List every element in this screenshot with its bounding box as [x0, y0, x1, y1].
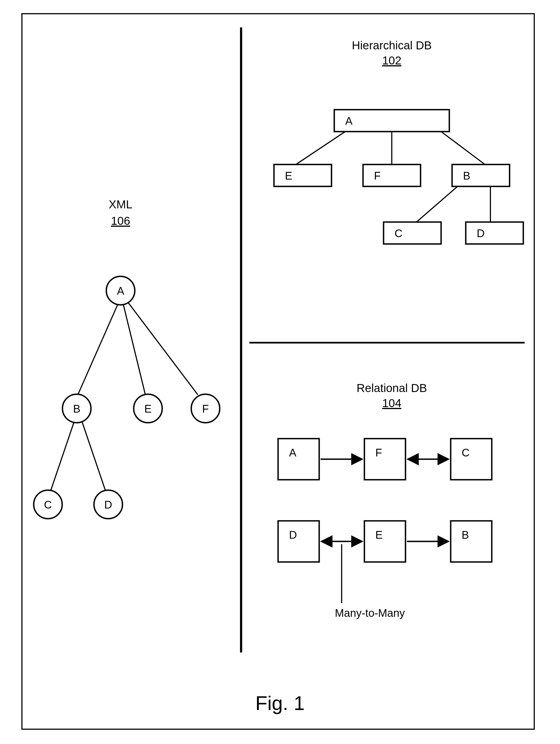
rel-node-e: E [364, 521, 405, 562]
rel-node-d: D [278, 521, 319, 562]
rel-node-a: A [278, 439, 319, 480]
rel-node-b-label: B [462, 529, 469, 541]
hier-node-f: F [363, 164, 421, 186]
svg-line-14 [416, 186, 457, 222]
xml-node-b: B [63, 394, 91, 423]
svg-rect-17 [274, 164, 331, 186]
figure-1: XML 106 A B E F C D [0, 0, 560, 744]
svg-line-1 [123, 304, 145, 394]
xml-title: XML [109, 198, 132, 211]
hier-node-d: D [466, 222, 523, 244]
rel-title: Relational DB [357, 382, 427, 395]
xml-panel: XML 106 A B E F C D [34, 198, 220, 519]
rel-panel: Relational DB 104 A F C D [278, 382, 492, 619]
svg-rect-24 [451, 439, 492, 480]
rel-node-c-label: C [462, 447, 470, 459]
rel-node-e-label: E [375, 529, 383, 541]
rel-node-b: B [451, 521, 492, 562]
xml-node-b-label: B [73, 403, 81, 415]
svg-line-11 [296, 132, 345, 164]
svg-rect-25 [278, 521, 319, 562]
rel-ref: 104 [382, 397, 401, 410]
svg-rect-19 [452, 164, 510, 186]
xml-node-e-label: E [145, 403, 152, 415]
xml-ref: 106 [111, 214, 130, 227]
rel-node-f-label: F [375, 447, 382, 459]
hier-node-c-label: C [395, 227, 402, 239]
hier-node-d-label: D [477, 227, 485, 239]
xml-node-d: D [94, 490, 122, 519]
svg-rect-20 [384, 222, 441, 244]
hier-panel: Hierarchical DB 102 A E F B C [274, 39, 523, 244]
hier-node-b-label: B [463, 170, 470, 182]
rel-note: Many-to-Many [335, 607, 405, 619]
hier-title: Hierarchical DB [352, 39, 432, 52]
svg-line-2 [127, 302, 198, 395]
svg-rect-22 [278, 439, 319, 480]
figure-caption: Fig. 1 [255, 692, 305, 714]
svg-rect-26 [364, 521, 405, 562]
xml-node-d-label: D [105, 499, 112, 511]
svg-line-3 [51, 422, 74, 491]
svg-line-13 [441, 132, 485, 164]
xml-node-a: A [106, 276, 135, 305]
xml-node-c: C [34, 490, 62, 519]
svg-rect-18 [363, 164, 421, 186]
hier-node-a: A [334, 110, 449, 132]
rel-node-a-label: A [289, 447, 296, 459]
hier-node-f-label: F [374, 170, 381, 182]
hier-node-e-label: E [285, 170, 292, 182]
frame [22, 14, 534, 729]
hier-node-c: C [384, 222, 441, 244]
xml-node-e: E [134, 394, 162, 423]
svg-rect-21 [466, 222, 523, 244]
svg-rect-27 [451, 521, 492, 562]
rel-node-c: C [451, 439, 492, 480]
hier-node-e: E [274, 164, 331, 186]
xml-node-f-label: F [202, 403, 209, 415]
svg-line-0 [78, 304, 118, 394]
hier-node-b: B [452, 164, 510, 186]
svg-rect-23 [364, 439, 405, 480]
rel-node-f: F [364, 439, 405, 480]
xml-node-f: F [191, 394, 220, 423]
svg-line-4 [82, 422, 106, 491]
hier-node-a-label: A [345, 115, 353, 127]
hier-ref: 102 [382, 54, 401, 67]
xml-node-a-label: A [117, 285, 124, 297]
rel-node-d-label: D [289, 529, 297, 541]
xml-node-c-label: C [44, 499, 52, 511]
